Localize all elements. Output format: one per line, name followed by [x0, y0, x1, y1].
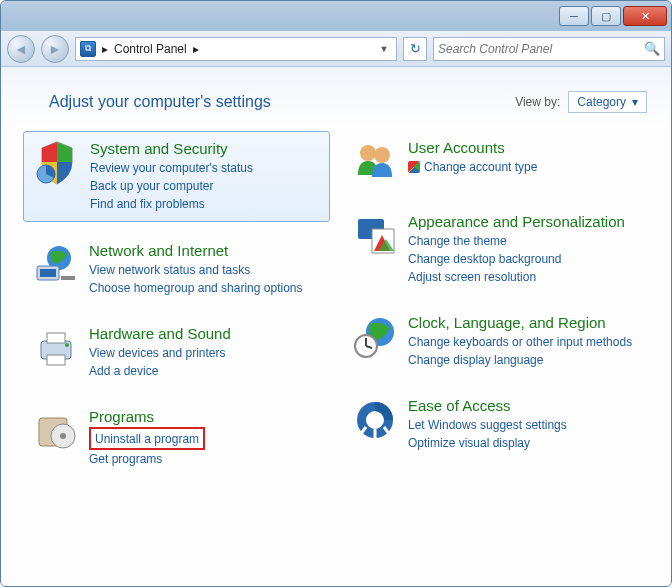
- category-appearance-personalization[interactable]: Appearance and Personalization Change th…: [342, 205, 649, 294]
- viewby-label: View by:: [515, 95, 560, 109]
- category-title[interactable]: Appearance and Personalization: [408, 213, 639, 230]
- search-input[interactable]: [438, 42, 644, 56]
- appearance-icon: [352, 213, 398, 259]
- content-area: Adjust your computer's settings View by:…: [1, 67, 671, 586]
- forward-button[interactable]: ►: [41, 35, 69, 63]
- category-link[interactable]: Optimize visual display: [408, 434, 639, 452]
- refresh-button[interactable]: ↻: [403, 37, 427, 61]
- category-link[interactable]: Adjust screen resolution: [408, 268, 639, 286]
- category-link[interactable]: Add a device: [89, 362, 320, 380]
- svg-point-20: [366, 411, 384, 429]
- back-button[interactable]: ◄: [7, 35, 35, 63]
- maximize-button[interactable]: ▢: [591, 6, 621, 26]
- svg-rect-6: [47, 333, 65, 343]
- search-box[interactable]: 🔍: [433, 37, 665, 61]
- category-link[interactable]: Change display language: [408, 351, 639, 369]
- control-panel-window: ─ ▢ ✕ ◄ ► ⧉ ▸ Control Panel ▸ ▼ ↻ 🔍 Adju…: [0, 0, 672, 587]
- left-column: System and Security Review your computer…: [23, 131, 330, 476]
- page-title: Adjust your computer's settings: [49, 93, 271, 111]
- viewby-select[interactable]: Category ▾: [568, 91, 647, 113]
- category-link[interactable]: View devices and printers: [89, 344, 320, 362]
- search-icon[interactable]: 🔍: [644, 41, 660, 56]
- addressbar[interactable]: ⧉ ▸ Control Panel ▸ ▼: [75, 37, 397, 61]
- category-title[interactable]: Programs: [89, 408, 320, 425]
- viewby: View by: Category ▾: [515, 91, 647, 113]
- category-title[interactable]: Ease of Access: [408, 397, 639, 414]
- globe-network-icon: [33, 242, 79, 288]
- chevron-down-icon: ▾: [632, 95, 638, 109]
- category-title[interactable]: Network and Internet: [89, 242, 320, 259]
- svg-point-13: [374, 147, 390, 163]
- category-clock-language-region[interactable]: Clock, Language, and Region Change keybo…: [342, 306, 649, 377]
- category-ease-of-access[interactable]: Ease of Access Let Windows suggest setti…: [342, 389, 649, 460]
- category-link[interactable]: Choose homegroup and sharing options: [89, 279, 320, 297]
- category-hardware-sound[interactable]: Hardware and Sound View devices and prin…: [23, 317, 330, 388]
- right-column: User Accounts Change account type: [342, 131, 649, 476]
- control-panel-icon: ⧉: [80, 41, 96, 57]
- category-link[interactable]: Get programs: [89, 450, 320, 468]
- viewby-value: Category: [577, 95, 626, 109]
- header-row: Adjust your computer's settings View by:…: [15, 91, 657, 131]
- highlight-uninstall: Uninstall a program: [89, 427, 205, 450]
- category-programs[interactable]: Programs Uninstall a program Get program…: [23, 400, 330, 476]
- category-link[interactable]: Change desktop background: [408, 250, 639, 268]
- address-dropdown-icon[interactable]: ▼: [376, 44, 392, 54]
- svg-rect-7: [47, 355, 65, 365]
- category-link[interactable]: Change account type: [408, 158, 639, 176]
- categories: System and Security Review your computer…: [15, 131, 657, 476]
- category-link[interactable]: Back up your computer: [90, 177, 319, 195]
- category-title[interactable]: System and Security: [90, 140, 319, 157]
- category-link[interactable]: Change keyboards or other input methods: [408, 333, 639, 351]
- clock-globe-icon: [352, 314, 398, 360]
- category-link[interactable]: View network status and tasks: [89, 261, 320, 279]
- svg-point-8: [65, 343, 69, 347]
- svg-rect-4: [61, 276, 75, 280]
- category-link[interactable]: Review your computer's status: [90, 159, 319, 177]
- link-uninstall-a-program[interactable]: Uninstall a program: [95, 432, 199, 446]
- category-system-security[interactable]: System and Security Review your computer…: [23, 131, 330, 222]
- ease-of-access-icon: [352, 397, 398, 443]
- svg-point-11: [60, 433, 66, 439]
- shield-icon: [34, 140, 80, 186]
- navbar: ◄ ► ⧉ ▸ Control Panel ▸ ▼ ↻ 🔍: [1, 31, 671, 67]
- programs-icon: [33, 408, 79, 454]
- minimize-button[interactable]: ─: [559, 6, 589, 26]
- svg-rect-3: [40, 269, 56, 277]
- svg-point-12: [360, 145, 376, 161]
- category-title[interactable]: Hardware and Sound: [89, 325, 320, 342]
- users-icon: [352, 139, 398, 185]
- category-title[interactable]: Clock, Language, and Region: [408, 314, 639, 331]
- titlebar: ─ ▢ ✕: [1, 1, 671, 31]
- category-link[interactable]: Find and fix problems: [90, 195, 319, 213]
- breadcrumb[interactable]: Control Panel: [114, 42, 187, 56]
- printer-icon: [33, 325, 79, 371]
- category-link[interactable]: Let Windows suggest settings: [408, 416, 639, 434]
- category-user-accounts[interactable]: User Accounts Change account type: [342, 131, 649, 193]
- close-button[interactable]: ✕: [623, 6, 667, 26]
- category-link[interactable]: Change the theme: [408, 232, 639, 250]
- category-title[interactable]: User Accounts: [408, 139, 639, 156]
- category-network-internet[interactable]: Network and Internet View network status…: [23, 234, 330, 305]
